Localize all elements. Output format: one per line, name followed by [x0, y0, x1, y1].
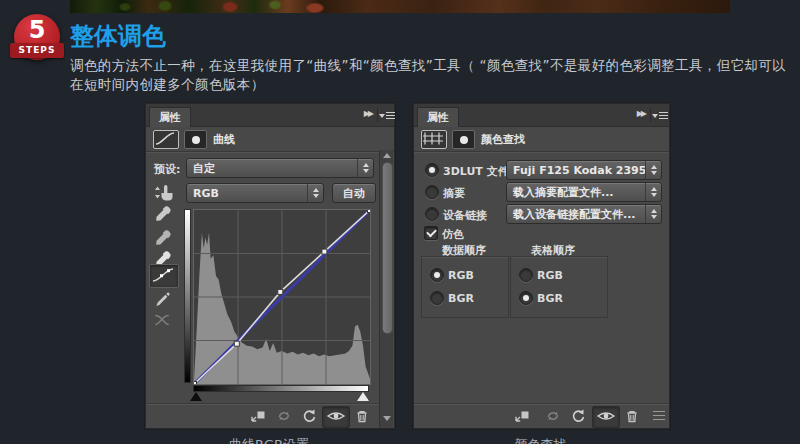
delete-adjustment-icon[interactable] — [354, 408, 370, 424]
tab-divider — [650, 108, 651, 122]
input-gradient-bar — [193, 385, 369, 392]
table-order-bgr-label: BGR — [537, 292, 563, 305]
data-order-rgb-label: RGB — [448, 269, 474, 282]
curve-point[interactable] — [322, 249, 327, 254]
adjustment-title: 曲线 — [213, 132, 235, 147]
output-gradient-bar — [184, 209, 191, 383]
curve-point[interactable] — [234, 341, 239, 346]
curve-point[interactable] — [278, 289, 283, 294]
lookup-caption: 颜色查找 — [413, 436, 668, 444]
curves-adjustment-header: 曲线 — [146, 126, 394, 152]
targeted-adjustment-icon[interactable] — [154, 182, 176, 204]
curves-properties-panel: 属性 ▶▶ 曲线 预设: 自定 — [145, 103, 395, 429]
tutorial-page: 5 STEPS 整体调色 调色的方法不止一种，在这里我使用了“曲线”和“颜色查找… — [0, 0, 800, 444]
channel-select-value: RGB — [187, 187, 307, 200]
3dlut-file-label: 3DLUT 文件 — [443, 164, 509, 179]
black-point-eyedropper-icon[interactable] — [153, 206, 171, 224]
tab-properties[interactable]: 属性 — [417, 107, 459, 127]
scrollbar-thumb[interactable] — [382, 162, 393, 334]
device-link-profile-value: 载入设备链接配置文件... — [507, 207, 645, 222]
edit-points-tool-selected[interactable] — [149, 264, 179, 288]
photo-strip-image — [70, 0, 730, 13]
clip-to-layer-icon[interactable] — [514, 408, 530, 424]
dither-checkbox[interactable] — [424, 226, 438, 240]
auto-button[interactable]: 自动 — [332, 183, 376, 203]
3dlut-file-select[interactable]: Fuji F125 Kodak 2395 (b... — [506, 160, 662, 180]
tab-properties[interactable]: 属性 — [149, 107, 191, 127]
radio-3dlut-file[interactable] — [425, 163, 439, 177]
description-line-1: 调色的方法不止一种，在这里我使用了“曲线”和“颜色查找”工具（ “颜色查找”不是… — [70, 57, 786, 75]
toggle-visibility-button[interactable] — [322, 406, 350, 428]
dither-label: 仿色 — [442, 227, 464, 242]
description-line-2: 在短时间内创建多个颜色版本） — [70, 76, 265, 94]
color-lookup-adjustment-icon[interactable] — [421, 130, 447, 149]
device-link-profile-select[interactable]: 载入设备链接配置文件... — [506, 204, 662, 224]
radio-table-order-bgr[interactable] — [519, 291, 533, 305]
section-title: 整体调色 — [70, 20, 166, 52]
preset-select-value: 自定 — [187, 161, 357, 176]
mask-dot — [192, 136, 200, 144]
stepper-icon — [645, 161, 661, 179]
panel-scrollbar[interactable] — [379, 150, 393, 428]
radio-device-link[interactable] — [425, 207, 439, 221]
mask-dot — [460, 136, 468, 144]
scroll-down-icon[interactable] — [383, 416, 391, 421]
menu-lines-icon — [386, 112, 395, 120]
curves-bottom-toolbar — [146, 403, 378, 428]
lookup-adjustment-header: 颜色查找 — [414, 126, 669, 152]
delete-adjustment-icon[interactable] — [624, 408, 640, 424]
device-link-label: 设备链接 — [443, 208, 487, 223]
abstract-profile-value: 载入摘要配置文件... — [507, 185, 645, 200]
radio-table-order-rgb[interactable] — [519, 268, 533, 282]
curve-point[interactable] — [368, 210, 371, 213]
stepper-icon — [307, 184, 323, 202]
curves-tab-bar: 属性 ▶▶ — [146, 104, 394, 127]
curve-point[interactable] — [194, 382, 197, 385]
step-number: 5 — [10, 16, 64, 44]
reset-adjustment-icon[interactable] — [570, 408, 586, 424]
draw-curve-pencil-icon[interactable] — [153, 291, 171, 309]
curves-plot-area[interactable] — [193, 209, 371, 385]
toggle-visibility-button[interactable] — [592, 406, 620, 428]
menu-caret-icon — [652, 114, 658, 118]
radio-data-order-rgb[interactable] — [430, 268, 444, 282]
tab-divider — [377, 108, 378, 122]
stepper-icon — [645, 183, 661, 201]
black-point-slider[interactable] — [190, 392, 202, 401]
step-ribbon: STEPS — [10, 43, 64, 58]
stepper-icon — [357, 159, 373, 177]
data-order-bgr-label: BGR — [448, 292, 474, 305]
lookup-bottom-toolbar — [414, 403, 669, 428]
abstract-profile-select[interactable]: 载入摘要配置文件... — [506, 182, 662, 202]
curves-adjustment-icon[interactable] — [153, 130, 179, 149]
white-point-slider[interactable] — [357, 392, 369, 401]
radio-abstract[interactable] — [425, 185, 439, 199]
layer-mask-icon[interactable] — [452, 130, 475, 149]
view-previous-state-icon — [545, 408, 561, 424]
step-badge: 5 STEPS — [10, 14, 64, 66]
panel-resize-grip[interactable] — [653, 411, 665, 420]
menu-caret-icon — [379, 114, 385, 118]
panel-menu-icon[interactable] — [652, 112, 668, 120]
gray-point-eyedropper-icon[interactable] — [153, 230, 171, 248]
collapse-panel-icon[interactable]: ▶▶ — [637, 109, 645, 118]
radio-data-order-bgr[interactable] — [430, 291, 444, 305]
view-previous-state-icon — [276, 408, 292, 424]
abstract-label: 摘要 — [443, 186, 465, 201]
curves-plot[interactable] — [194, 210, 370, 384]
3dlut-file-value: Fuji F125 Kodak 2395 (b... — [507, 164, 645, 177]
preset-select[interactable]: 自定 — [186, 158, 374, 178]
preset-label: 预设: — [154, 162, 180, 177]
adjustment-title: 颜色查找 — [481, 132, 525, 147]
scroll-up-icon[interactable] — [383, 153, 391, 158]
clip-to-layer-icon[interactable] — [250, 408, 266, 424]
layer-mask-icon[interactable] — [184, 130, 207, 149]
curves-caption: 曲线RGB设置 — [145, 436, 393, 444]
menu-lines-icon — [659, 112, 668, 120]
reset-adjustment-icon[interactable] — [301, 408, 317, 424]
table-order-rgb-label: RGB — [537, 269, 563, 282]
channel-select[interactable]: RGB — [186, 183, 324, 203]
collapse-panel-icon[interactable]: ▶▶ — [364, 109, 372, 118]
panel-menu-icon[interactable] — [379, 112, 395, 120]
step-label: STEPS — [10, 43, 64, 58]
